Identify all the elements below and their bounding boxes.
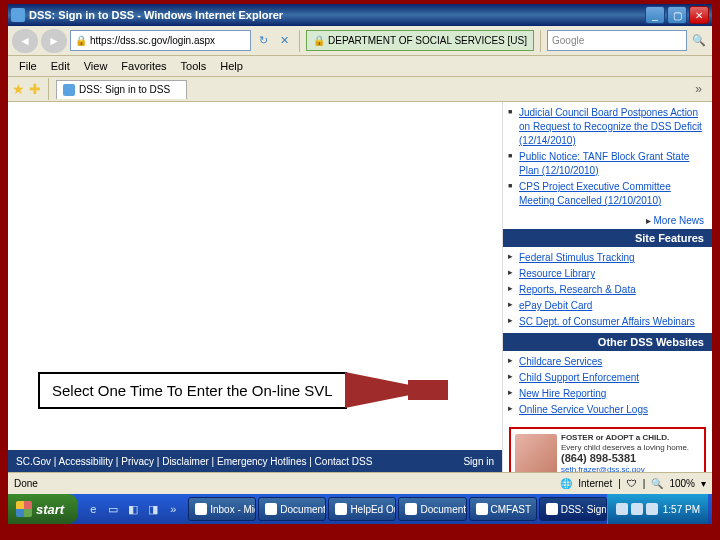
menu-bar: File Edit View Favorites Tools Help (8, 56, 712, 77)
ad-headline: FOSTER or ADOPT a CHILD. (561, 433, 689, 443)
other-list: Childcare Services Child Support Enforce… (503, 351, 712, 421)
search-button[interactable]: 🔍 (690, 31, 708, 51)
stop-button[interactable]: ✕ (275, 31, 293, 51)
more-news-link[interactable]: More News (503, 212, 712, 229)
other-link[interactable]: Online Service Voucher Logs (503, 402, 712, 418)
desktop-quick-icon[interactable]: ▭ (104, 498, 122, 520)
other-link[interactable]: Child Support Enforcement (503, 370, 712, 386)
app-icon (476, 503, 488, 515)
menu-tools[interactable]: Tools (174, 58, 214, 74)
url-text: https://dss.sc.gov/login.aspx (90, 35, 215, 46)
clock[interactable]: 1:57 PM (663, 504, 700, 515)
menu-edit[interactable]: Edit (44, 58, 77, 74)
foster-adopt-ad[interactable]: FOSTER or ADOPT a CHILD. Every child des… (509, 427, 706, 472)
chevron-right-icon[interactable]: » (164, 498, 182, 520)
feature-link[interactable]: SC Dept. of Consumer Affairs Webinars (503, 314, 712, 330)
app-icon (195, 503, 207, 515)
tray-icon[interactable] (616, 503, 628, 515)
features-list: Federal Stimulus Tracking Resource Libra… (503, 247, 712, 333)
start-button[interactable]: start (8, 494, 78, 524)
tray-icon[interactable] (646, 503, 658, 515)
tab-title: DSS: Sign in to DSS (79, 84, 170, 95)
news-item[interactable]: Judicial Council Board Postpones Action … (503, 105, 712, 149)
separator (540, 30, 541, 52)
shield-icon: 🔒 (313, 35, 325, 46)
app-icon (335, 503, 347, 515)
site-identity-chip[interactable]: 🔒 DEPARTMENT OF SOCIAL SERVICES [US] (306, 30, 534, 51)
protected-mode-icon: 🛡 (627, 478, 637, 489)
site-footer: SC.Gov | Accessibility | Privacy | Discl… (8, 450, 502, 472)
feature-link[interactable]: Resource Library (503, 266, 712, 282)
footer-links[interactable]: SC.Gov | Accessibility | Privacy | Discl… (16, 456, 372, 467)
feature-link[interactable]: Federal Stimulus Tracking (503, 250, 712, 266)
search-input[interactable]: Google (547, 30, 687, 51)
windows-logo-icon (16, 501, 32, 517)
ie-icon (11, 8, 25, 22)
site-identity-text: DEPARTMENT OF SOCIAL SERVICES [US] (328, 35, 527, 46)
separator (299, 30, 300, 52)
news-item[interactable]: Public Notice: TANF Block Grant State Pl… (503, 149, 712, 179)
minimize-button[interactable]: _ (645, 6, 665, 24)
favicon (63, 84, 75, 96)
maximize-button[interactable]: ▢ (667, 6, 687, 24)
status-text: Done (14, 478, 38, 489)
app-icon (546, 503, 558, 515)
arrow-icon (345, 372, 435, 408)
ad-text: FOSTER or ADOPT a CHILD. Every child des… (561, 433, 689, 472)
task-button[interactable]: Inbox - Mic… (188, 497, 256, 521)
ad-phone: (864) 898-5381 (561, 452, 689, 465)
task-button-active[interactable]: DSS: Sign i… (539, 497, 607, 521)
other-link[interactable]: Childcare Services (503, 354, 712, 370)
add-favorite-icon[interactable]: ✚ (29, 81, 41, 97)
task-buttons: Inbox - Mic… Document2… HelpEd Out… Docu… (188, 497, 607, 521)
favorites-star-icon[interactable]: ★ (12, 81, 25, 97)
menu-favorites[interactable]: Favorites (114, 58, 173, 74)
zoom-dropdown-icon[interactable]: ▾ (701, 478, 706, 489)
system-tray[interactable]: 1:57 PM (607, 494, 708, 524)
menu-help[interactable]: Help (213, 58, 250, 74)
sidebar: Judicial Council Board Postpones Action … (502, 102, 712, 472)
task-button[interactable]: HelpEd Out… (328, 497, 396, 521)
back-button[interactable]: ◄ (12, 29, 38, 53)
task-label: Document2… (280, 504, 326, 515)
address-bar[interactable]: 🔒 https://dss.sc.gov/login.aspx (70, 30, 251, 51)
task-label: Document3… (420, 504, 466, 515)
menu-view[interactable]: View (77, 58, 115, 74)
separator: | (643, 478, 646, 489)
task-label: Inbox - Mic… (210, 504, 256, 515)
refresh-button[interactable]: ↻ (254, 31, 272, 51)
task-button[interactable]: Document2… (258, 497, 326, 521)
ad-email[interactable]: seth.frazer@dss.sc.gov (561, 465, 689, 472)
menu-file[interactable]: File (12, 58, 44, 74)
close-button[interactable]: ✕ (689, 6, 709, 24)
app-icon (405, 503, 417, 515)
zone-text: Internet (578, 478, 612, 489)
quick-launch: e ▭ ◧ ◨ » (84, 498, 182, 520)
sign-in-link[interactable]: Sign in (463, 456, 494, 467)
search-placeholder: Google (552, 35, 584, 46)
quick-icon[interactable]: ◧ (124, 498, 142, 520)
site-features-header: Site Features (503, 229, 712, 247)
tray-icon[interactable] (631, 503, 643, 515)
window-title: DSS: Sign in to DSS - Windows Internet E… (29, 9, 645, 21)
browser-tab[interactable]: DSS: Sign in to DSS (56, 80, 187, 99)
ad-image (515, 434, 557, 472)
separator: | (618, 478, 621, 489)
task-button[interactable]: CMFAST (469, 497, 537, 521)
task-label: DSS: Sign i… (561, 504, 607, 515)
task-button[interactable]: Document3… (398, 497, 466, 521)
feature-link[interactable]: ePay Debit Card (503, 298, 712, 314)
ie-quick-icon[interactable]: e (84, 498, 102, 520)
quick-icon[interactable]: ◨ (144, 498, 162, 520)
start-label: start (36, 502, 64, 517)
other-link[interactable]: New Hire Reporting (503, 386, 712, 402)
news-item[interactable]: CPS Project Executive Committee Meeting … (503, 179, 712, 209)
zoom-icon[interactable]: 🔍 (651, 478, 663, 489)
tools-menu-icon[interactable]: » (689, 82, 708, 96)
ad-tagline: Every child deserves a loving home. (561, 443, 689, 453)
zoom-level[interactable]: 100% (669, 478, 695, 489)
news-list: Judicial Council Board Postpones Action … (503, 102, 712, 212)
feature-link[interactable]: Reports, Research & Data (503, 282, 712, 298)
internet-zone-icon: 🌐 (560, 478, 572, 489)
forward-button[interactable]: ► (41, 29, 67, 53)
